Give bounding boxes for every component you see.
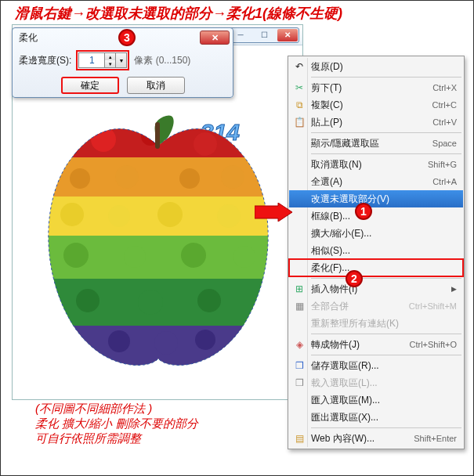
undo-icon: ↶: [292, 61, 306, 72]
menu-webcontent-label: Web 內容(W)...: [311, 432, 414, 445]
copy-icon: ⧉: [292, 99, 306, 110]
menu-invert-label: 改選未選取部分(V): [311, 193, 457, 206]
menu-convert-object[interactable]: ◈ 轉成物件(J) Ctrl+Shift+O: [289, 336, 463, 353]
menu-cut[interactable]: ✂ 剪下(T) Ctrl+X: [289, 79, 463, 96]
svg-marker-29: [255, 203, 292, 222]
menu-deselect-label: 取消選取(N): [311, 158, 428, 171]
dialog-close-button[interactable]: ✕: [200, 31, 230, 45]
menu-copy[interactable]: ⧉ 複製(C) Ctrl+C: [289, 96, 463, 114]
svg-point-26: [154, 331, 178, 355]
svg-point-15: [108, 205, 130, 227]
svg-point-11: [115, 165, 139, 189]
dialog-title: 柔化: [19, 31, 38, 45]
annotation-marker-1: 1: [355, 203, 372, 220]
menu-cut-shortcut: Ctrl+X: [432, 83, 457, 92]
menu-convert-label: 轉成物件(J): [311, 338, 409, 352]
apple-image: [33, 114, 284, 373]
svg-point-16: [157, 202, 183, 227]
insert-object-icon: ⊞: [292, 283, 306, 294]
menu-groupall-shortcut: Ctrl+Shift+M: [409, 301, 457, 311]
menu-soften-label: 柔化(F)...: [311, 261, 457, 275]
svg-point-7: [91, 127, 116, 152]
group-icon: ▦: [292, 301, 306, 312]
svg-rect-28: [155, 122, 160, 149]
menu-groupall-label: 全部合併: [311, 300, 409, 313]
cancel-button[interactable]: 取消: [127, 77, 185, 94]
spinner-down-icon[interactable]: ▼: [105, 60, 115, 67]
soften-range-label: 像素 (0...150): [134, 54, 190, 67]
paste-icon: 📋: [292, 117, 306, 128]
spinner-dropdown-icon[interactable]: ▼: [115, 53, 126, 67]
soften-width-input[interactable]: [79, 53, 104, 67]
svg-point-21: [233, 246, 255, 268]
menu-scale-label: 擴大/縮小(E)...: [311, 227, 457, 240]
svg-point-13: [221, 165, 244, 189]
menu-selectall-label: 全選(A): [311, 175, 432, 189]
scissors-icon: ✂: [292, 82, 306, 93]
save-icon: ❒: [292, 360, 306, 371]
annotation-box-input: ▲ ▼ ▼: [76, 50, 129, 70]
ok-button[interactable]: 確定: [61, 77, 119, 94]
menu-convert-shortcut: Ctrl+Shift+O: [409, 340, 457, 349]
svg-point-25: [108, 330, 130, 352]
menu-toggle-selection[interactable]: 顯示/隱藏選取區 Space: [289, 135, 463, 152]
menu-relayout-label: 重新整理所有連結(K): [311, 317, 457, 330]
svg-point-27: [195, 330, 215, 350]
spinner-up-icon[interactable]: ▲: [105, 53, 115, 60]
svg-point-23: [138, 290, 163, 315]
menu-border[interactable]: 框線(B)...: [289, 207, 463, 225]
convert-icon: ◈: [292, 339, 306, 350]
svg-point-22: [76, 289, 100, 312]
svg-point-12: [179, 168, 200, 189]
menu-paste[interactable]: 📋 貼上(P) Ctrl+V: [289, 114, 463, 131]
menu-selectall-shortcut: Ctrl+A: [432, 177, 457, 186]
svg-point-19: [124, 246, 146, 268]
close-button[interactable]: ✕: [277, 29, 298, 41]
menu-export-selection[interactable]: 匯出選取區(X)...: [289, 409, 463, 426]
menu-copy-label: 複製(C): [311, 99, 432, 112]
menu-web-content[interactable]: ▤ Web 內容(W)... Shift+Enter: [289, 430, 463, 447]
menu-relayout-links: 重新整理所有連結(K): [289, 315, 463, 332]
menu-loadsel-label: 載入選取區(L)...: [311, 377, 457, 390]
svg-point-17: [217, 204, 241, 228]
annotation-marker-3: 3: [118, 29, 136, 46]
menu-select-all[interactable]: 全選(A) Ctrl+A: [289, 173, 463, 190]
svg-point-6: [57, 135, 79, 157]
menu-deselect-shortcut: Shift+G: [428, 160, 457, 169]
annotation-arrow-icon: [255, 203, 294, 222]
menu-deselect[interactable]: 取消選取(N) Shift+G: [289, 156, 463, 173]
menu-togglesel-shortcut: Space: [432, 139, 457, 148]
menu-cut-label: 剪下(T): [311, 81, 432, 95]
menu-togglesel-label: 顯示/隱藏選取區: [311, 137, 432, 150]
menu-undo[interactable]: ↶ 復原(D): [289, 58, 463, 75]
menu-load-selection: ❒ 載入選取區(L)...: [289, 374, 463, 391]
submenu-arrow-icon: ▶: [451, 285, 457, 293]
menu-scale[interactable]: 擴大/縮小(E)...: [289, 225, 463, 242]
menu-exportsel-label: 匯出選取區(X)...: [311, 411, 457, 424]
menu-insert-object[interactable]: ⊞ 插入物件(I) ▶: [289, 280, 463, 298]
menu-copy-shortcut: Ctrl+C: [432, 100, 457, 110]
menu-paste-label: 貼上(P): [311, 116, 432, 129]
soften-width-label: 柔邊寬度(S):: [19, 54, 71, 67]
svg-point-9: [194, 132, 217, 156]
menu-similar[interactable]: 相似(S)...: [289, 242, 463, 259]
svg-point-18: [63, 243, 89, 268]
load-icon: ❒: [292, 377, 306, 388]
menu-paste-shortcut: Ctrl+V: [432, 117, 457, 127]
menu-invert-selection[interactable]: 改選未選取部分(V): [289, 190, 463, 207]
menu-import-selection[interactable]: 匯入選取區(M)...: [289, 391, 463, 409]
menu-webcontent-shortcut: Shift+Enter: [414, 434, 457, 443]
soften-width-spinner[interactable]: ▲ ▼ ▼: [78, 52, 127, 68]
menu-soften[interactable]: 柔化(F)...: [289, 259, 463, 276]
context-menu: ↶ 復原(D) ✂ 剪下(T) Ctrl+X ⧉ 複製(C) Ctrl+C 📋 …: [288, 56, 465, 449]
svg-point-20: [181, 243, 206, 268]
annotation-marker-2: 2: [346, 270, 363, 287]
menu-save-selection[interactable]: ❒ 儲存選取區(R)...: [289, 357, 463, 374]
menu-border-label: 框線(B)...: [311, 210, 457, 223]
web-icon: ▤: [292, 433, 306, 444]
maximize-button[interactable]: ☐: [254, 29, 274, 41]
window-controls: ─ ☐ ✕: [229, 27, 299, 43]
menu-undo-label: 復原(D): [311, 60, 457, 74]
canvas-area[interactable]: 314: [13, 45, 302, 399]
svg-point-10: [70, 168, 90, 189]
